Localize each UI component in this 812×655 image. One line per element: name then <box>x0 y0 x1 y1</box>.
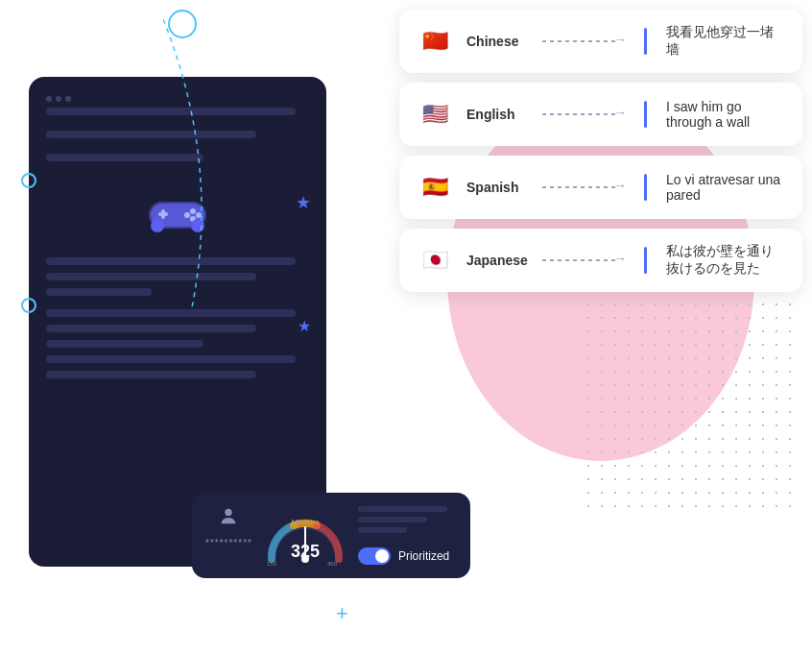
curved-dashed-line <box>163 19 355 307</box>
panel-content-bottom <box>46 309 309 378</box>
flag-spanish: 🇪🇸 <box>417 169 453 206</box>
divider-chinese <box>644 28 647 55</box>
main-scene: + + <box>0 0 812 655</box>
dotted-arrow-spanish <box>542 186 619 188</box>
translation-card-english: 🇺🇸 English I saw him go through a wall <box>399 83 802 146</box>
divider-japanese <box>644 247 647 274</box>
flag-english: 🇺🇸 <box>417 96 453 133</box>
panel-line <box>46 309 296 317</box>
translation-card-chinese: 🇨🇳 Chinese 我看见他穿过一堵墙 <box>399 10 802 73</box>
panel-line <box>46 325 256 332</box>
stats-right: Prioritized <box>358 506 457 565</box>
panel-line <box>46 355 296 363</box>
stats-lines <box>358 506 457 538</box>
flag-chinese: 🇨🇳 <box>417 23 453 60</box>
translated-text-japanese: 私は彼が壁を通り抜けるのを見た <box>666 243 785 278</box>
speedometer: 150 400 Medium 325 <box>262 506 348 564</box>
translated-text-english: I saw him go through a wall <box>666 99 785 130</box>
circle-decoration-left2 <box>21 298 36 313</box>
prioritized-toggle[interactable] <box>358 547 391 565</box>
prioritized-row: Prioritized <box>358 547 457 565</box>
dot-pattern-decoration <box>582 298 793 509</box>
svg-rect-8 <box>151 219 164 232</box>
dotted-arrow-chinese <box>542 40 619 42</box>
translation-card-japanese: 🇯🇵 Japanese 私は彼が壁を通り抜けるのを見た <box>399 229 802 292</box>
translated-text-chinese: 我看见他穿过一堵墙 <box>666 24 785 59</box>
stat-line <box>358 527 408 533</box>
panel-line <box>46 371 256 378</box>
circle-decoration-top <box>168 10 197 38</box>
translation-card-spanish: 🇪🇸 Spanish Lo vi atravesar una pared <box>399 156 802 219</box>
svg-text:150: 150 <box>267 561 277 567</box>
svg-text:400: 400 <box>327 561 338 567</box>
star-icon-2: ★ <box>298 317 311 335</box>
panel-line <box>46 340 203 348</box>
circle-decoration-left <box>21 173 36 188</box>
password-field: ********** <box>205 538 252 548</box>
dotted-arrow-english <box>542 113 619 115</box>
translated-text-spanish: Lo vi atravesar una pared <box>666 172 785 203</box>
lang-name-chinese: Chinese <box>466 34 529 49</box>
plus-decoration-bottom: + <box>336 601 348 626</box>
speed-value: 325 <box>291 542 320 562</box>
panel-dot-1 <box>46 96 52 102</box>
svg-point-10 <box>226 509 232 516</box>
stats-widget: ********** 150 400 Medium 325 <box>192 493 470 578</box>
panel-dot-2 <box>56 96 61 102</box>
lang-name-english: English <box>466 107 529 122</box>
user-section: ********** <box>205 506 252 565</box>
dotted-arrow-japanese <box>542 259 619 261</box>
lang-name-japanese: Japanese <box>466 253 529 268</box>
flag-japanese: 🇯🇵 <box>417 242 453 279</box>
translation-cards-container: 🇨🇳 Chinese 我看见他穿过一堵墙 🇺🇸 English I saw hi… <box>399 10 802 292</box>
divider-spanish <box>644 174 647 201</box>
speed-label: Medium <box>292 518 319 526</box>
panel-line <box>46 288 152 296</box>
stat-line <box>358 517 427 522</box>
stat-line <box>358 506 447 512</box>
user-icon <box>218 506 239 532</box>
panel-dot-3 <box>65 96 71 102</box>
lang-name-spanish: Spanish <box>466 180 529 195</box>
divider-english <box>644 101 647 128</box>
prioritized-label: Prioritized <box>398 549 449 563</box>
